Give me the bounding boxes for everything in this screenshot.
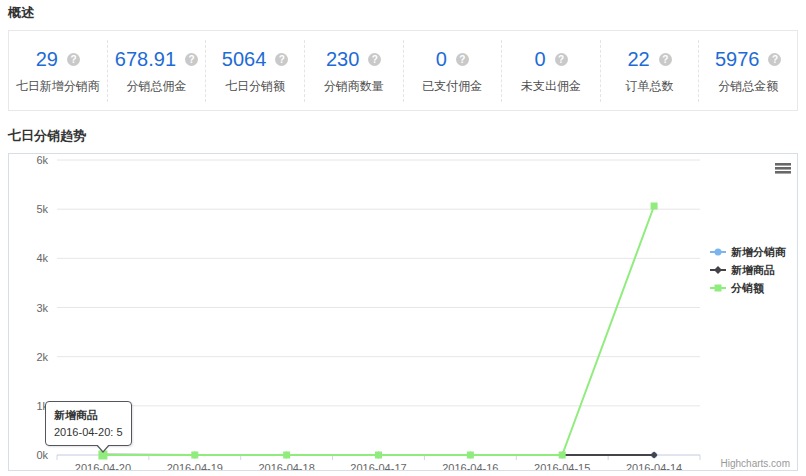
- legend-label: 新增分销商: [730, 246, 786, 258]
- menu-bar: [775, 171, 791, 174]
- stat-label: 已支付佣金: [404, 79, 502, 93]
- x-axis-label: 2016-04-17: [350, 462, 406, 470]
- marker-sales-amount: [651, 203, 658, 210]
- help-icon[interactable]: ?: [456, 53, 469, 66]
- y-axis-label: 3k: [36, 302, 48, 314]
- y-axis-label: 0k: [36, 449, 48, 461]
- stat-card-new-distributors-7d: 29 ? 七日新增分销商: [9, 40, 107, 102]
- marker-sales-amount: [375, 452, 382, 459]
- legend-item-new-distributors[interactable]: 新增分销商: [710, 246, 786, 258]
- stat-value: 5976: [715, 48, 760, 70]
- stat-value: 29: [36, 48, 58, 70]
- tooltip-value: 2016-04-20: 5: [54, 426, 123, 438]
- marker-new-products: [651, 452, 658, 459]
- marker-sales-amount: [467, 452, 474, 459]
- stat-card-sales-7d: 5064 ? 七日分销额: [205, 40, 304, 102]
- x-axis-label: 2016-04-20: [75, 462, 131, 470]
- stats-panel: 29 ? 七日新增分销商 678.91 ? 分销总佣金 5064 ? 七日分销额…: [8, 30, 798, 111]
- legend-label: 分销额: [730, 282, 765, 295]
- stat-value: 230: [326, 48, 359, 70]
- stat-card-order-total: 22 ? 订单总数: [600, 40, 699, 102]
- stat-value: 0: [534, 48, 545, 70]
- help-icon[interactable]: ?: [185, 53, 198, 66]
- marker-sales-amount: [559, 452, 566, 459]
- dashboard: 概述 29 ? 七日新增分销商 678.91 ? 分销总佣金 5064 ? 七日…: [0, 0, 806, 471]
- help-icon[interactable]: ?: [659, 53, 672, 66]
- stat-value: 678.91: [115, 48, 176, 70]
- y-axis-label: 4k: [36, 252, 48, 264]
- stat-value: 5064: [222, 48, 267, 70]
- chart-tooltip: 新增商品 2016-04-20: 5: [45, 401, 132, 446]
- y-axis-label: 5k: [36, 203, 48, 215]
- stat-card-total-sales-amount: 5976 ? 分销总金额: [698, 40, 797, 102]
- stat-card-total-commission: 678.91 ? 分销总佣金: [107, 40, 206, 102]
- legend-item-new-products[interactable]: 新增商品: [710, 264, 775, 276]
- stat-value: 0: [436, 48, 447, 70]
- x-axis-label: 2016-04-15: [534, 462, 590, 470]
- marker-sales-amount: [191, 452, 198, 459]
- legend-marker: [715, 249, 722, 256]
- stat-label: 七日分销额: [206, 79, 304, 93]
- chart-panel: 0k1k2k3k4k5k6k2016-04-202016-04-192016-0…: [8, 153, 798, 471]
- stat-card-paid-commission: 0 ? 已支付佣金: [403, 40, 502, 102]
- legend-label: 新增商品: [730, 264, 775, 276]
- help-icon[interactable]: ?: [555, 53, 568, 66]
- legend-marker: [715, 285, 722, 292]
- series-line-sales-amount: [103, 206, 654, 455]
- help-icon[interactable]: ?: [67, 53, 80, 66]
- help-icon[interactable]: ?: [768, 53, 781, 66]
- stat-label: 分销总佣金: [108, 79, 206, 93]
- legend-marker: [714, 266, 722, 274]
- overview-title: 概述: [8, 5, 798, 20]
- trend-title: 七日分销趋势: [8, 128, 798, 143]
- stat-card-unpaid-commission: 0 ? 未支出佣金: [501, 40, 600, 102]
- marker-sales-amount: [283, 452, 290, 459]
- stat-label: 分销总金额: [699, 79, 797, 93]
- stat-label: 分销商数量: [305, 79, 403, 93]
- menu-bar: [775, 167, 791, 170]
- stat-value: 22: [627, 48, 649, 70]
- tooltip-arrow: [96, 443, 110, 451]
- menu-bar: [775, 163, 791, 166]
- y-axis-label: 6k: [36, 154, 48, 166]
- stat-card-distributor-count: 230 ? 分销商数量: [304, 40, 403, 102]
- help-icon[interactable]: ?: [368, 53, 381, 66]
- x-axis-label: 2016-04-18: [259, 462, 315, 470]
- stat-label: 订单总数: [601, 79, 699, 93]
- x-axis-label: 2016-04-16: [442, 462, 498, 470]
- highcharts-credit-link[interactable]: Highcharts.com: [721, 458, 790, 469]
- x-axis-label: 2016-04-19: [167, 462, 223, 470]
- stat-label: 未支出佣金: [502, 79, 600, 93]
- x-axis-label: 2016-04-14: [626, 462, 682, 470]
- chart-context-menu-icon[interactable]: [775, 163, 791, 177]
- stat-label: 七日新增分销商: [9, 79, 107, 93]
- legend-item-sales-amount[interactable]: 分销额: [710, 282, 765, 295]
- help-icon[interactable]: ?: [275, 53, 288, 66]
- y-axis-label: 2k: [36, 351, 48, 363]
- tooltip-series-name: 新增商品: [54, 408, 123, 423]
